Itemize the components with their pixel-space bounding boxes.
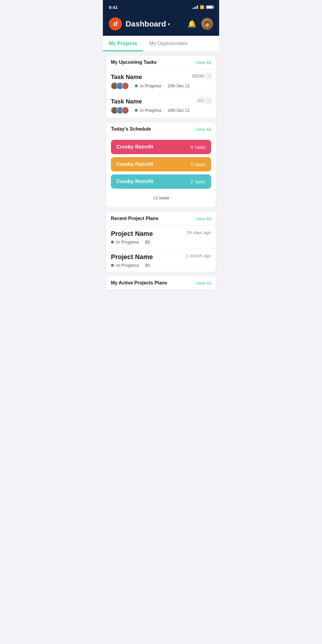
project-header: Project Name 1 month ago bbox=[111, 253, 211, 261]
status-dot bbox=[111, 241, 114, 244]
task-avatars bbox=[111, 107, 129, 114]
schedule-pill-tasks: 2 Tasks bbox=[191, 179, 206, 184]
project-status: In Progress bbox=[116, 263, 139, 268]
app-logo[interactable]: d bbox=[109, 17, 122, 30]
active-projects-header: My Active Projects Plans View All bbox=[106, 276, 216, 290]
task-header: Task Name 0/2 bbox=[111, 98, 211, 105]
task-meta: · In Progress · 16th Dec 21 bbox=[111, 107, 211, 114]
project-time: 26 days ago bbox=[187, 230, 211, 235]
task-name: Task Name bbox=[111, 98, 142, 105]
todays-schedule-section: Today's Schedule View All Crosby Retrofi… bbox=[106, 122, 216, 208]
upcoming-tasks-section: My Upcoming Tasks View All Task Name 99/… bbox=[106, 55, 216, 118]
schedule-pill-name: Crosby Retrofit bbox=[116, 179, 153, 185]
header-title: Dashboard bbox=[126, 19, 166, 29]
tab-my-opportunities[interactable]: My Opportunities bbox=[143, 36, 193, 51]
dot-separator: · bbox=[164, 83, 165, 88]
task-meta: · In Progress · 15th Dec 21 bbox=[111, 82, 211, 89]
mini-avatar bbox=[122, 82, 129, 89]
dot-separator: · bbox=[142, 263, 143, 268]
schedule-pill-tasks: 6 Tasks bbox=[191, 162, 206, 167]
recent-projects-header: Recent Project Plans View All bbox=[106, 212, 216, 226]
project-time: 1 month ago bbox=[186, 253, 211, 258]
status-time: 9:41 bbox=[109, 5, 118, 10]
project-name: Project Name bbox=[111, 253, 153, 261]
schedule-pill-3[interactable]: Crosby Retrofit 2 Tasks bbox=[111, 174, 211, 189]
active-projects-section: My Active Projects Plans View All bbox=[106, 276, 216, 290]
chevron-down-icon: ▾ bbox=[168, 22, 170, 27]
project-price: $0 bbox=[145, 263, 150, 268]
task-avatars bbox=[111, 82, 129, 89]
status-icons: 📶 bbox=[193, 5, 213, 9]
avatar-image: 🧑 bbox=[201, 18, 213, 30]
status-bar: 9:41 📶 bbox=[103, 0, 219, 13]
task-date: 16th Dec 21 bbox=[167, 108, 190, 113]
status-dot bbox=[135, 109, 138, 112]
status-dot bbox=[111, 264, 114, 267]
dot-separator: · bbox=[131, 108, 132, 113]
schedule-pill-name: Crosby Retrofit bbox=[116, 161, 153, 167]
project-meta: In Progress · $0 bbox=[111, 263, 211, 268]
recent-projects-section: Recent Project Plans View All Project Na… bbox=[106, 211, 216, 272]
project-name: Project Name bbox=[111, 230, 153, 238]
active-projects-view-all[interactable]: View All bbox=[196, 281, 211, 286]
header-right: 🔔 🧑 bbox=[188, 18, 213, 30]
project-item[interactable]: Project Name 26 days ago In Progress · $… bbox=[106, 226, 216, 249]
battery-icon bbox=[206, 5, 213, 9]
status-dot bbox=[135, 84, 138, 87]
dot-separator: · bbox=[142, 240, 143, 244]
project-price: $0 bbox=[145, 239, 150, 244]
signal-icon bbox=[193, 5, 198, 9]
task-name: Task Name bbox=[111, 74, 142, 80]
app-header: d Dashboard ▾ 🔔 🧑 bbox=[103, 13, 219, 36]
task-status: In Progress bbox=[140, 83, 162, 88]
schedule-pill-2[interactable]: Crosby Retrofit 6 Tasks bbox=[111, 157, 211, 171]
more-link[interactable]: +2 more bbox=[111, 192, 211, 204]
task-item[interactable]: Task Name 0/2 · In Progress · 16th Dec 2… bbox=[106, 94, 216, 118]
schedule-pill-name: Crosby Retrofit bbox=[116, 144, 153, 150]
task-count: 99/99 bbox=[192, 74, 211, 79]
project-meta: In Progress · $0 bbox=[111, 239, 211, 244]
active-projects-title: My Active Projects Plans bbox=[111, 280, 167, 286]
schedule-title: Today's Schedule bbox=[111, 126, 151, 132]
recent-projects-title: Recent Project Plans bbox=[111, 216, 158, 221]
schedule-view-all[interactable]: View All bbox=[196, 127, 211, 132]
task-item[interactable]: Task Name 99/99 · In Progress · 15th Dec… bbox=[106, 69, 216, 94]
dot-separator: · bbox=[164, 108, 165, 113]
header-left: d Dashboard ▾ bbox=[109, 17, 170, 30]
upcoming-tasks-header: My Upcoming Tasks View All bbox=[106, 55, 216, 69]
wifi-icon: 📶 bbox=[200, 5, 204, 9]
project-item[interactable]: Project Name 1 month ago In Progress · $… bbox=[106, 249, 216, 272]
mini-avatar bbox=[122, 107, 129, 114]
dot-separator: · bbox=[131, 83, 132, 88]
task-date: 15th Dec 21 bbox=[167, 83, 190, 88]
schedule-header: Today's Schedule View All bbox=[106, 122, 216, 136]
schedule-items: Crosby Retrofit 8 Tasks Crosby Retrofit … bbox=[106, 136, 216, 208]
checkbox-icon bbox=[206, 74, 211, 79]
task-status: In Progress bbox=[140, 108, 162, 113]
header-title-row[interactable]: Dashboard ▾ bbox=[126, 19, 170, 29]
tab-my-projects[interactable]: My Projects bbox=[103, 36, 143, 51]
tabs-bar: My Projects My Opportunities bbox=[103, 36, 219, 52]
schedule-pill-1[interactable]: Crosby Retrofit 8 Tasks bbox=[111, 140, 211, 154]
schedule-pill-tasks: 8 Tasks bbox=[191, 145, 206, 150]
avatar[interactable]: 🧑 bbox=[201, 18, 213, 30]
upcoming-tasks-view-all[interactable]: View All bbox=[196, 60, 211, 65]
bell-icon[interactable]: 🔔 bbox=[188, 20, 196, 28]
checkbox-icon bbox=[206, 98, 211, 103]
upcoming-tasks-title: My Upcoming Tasks bbox=[111, 60, 157, 65]
task-count: 0/2 bbox=[197, 98, 211, 103]
task-header: Task Name 99/99 bbox=[111, 74, 211, 80]
project-status: In Progress bbox=[116, 239, 139, 244]
project-header: Project Name 26 days ago bbox=[111, 230, 211, 238]
recent-projects-view-all[interactable]: View All bbox=[196, 216, 211, 221]
